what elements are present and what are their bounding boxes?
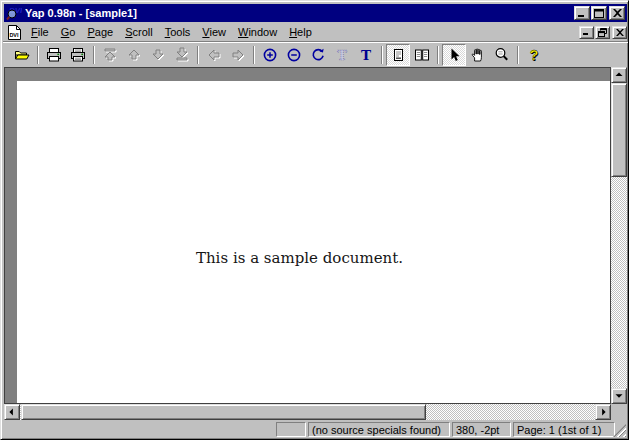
scroll-down-icon	[612, 388, 626, 404]
minimize-button[interactable]	[574, 6, 590, 20]
text-solid-mode-button[interactable]: T	[354, 44, 378, 66]
status-message: (no source specials found)	[308, 422, 450, 437]
document-text: This is a sample document.	[17, 249, 582, 267]
toolbar-separator	[437, 46, 439, 64]
hand-tool-button[interactable]	[466, 44, 490, 66]
scroll-right-icon	[596, 404, 610, 420]
mdi-restore-icon	[598, 28, 607, 37]
status-coordinates: 380, -2pt	[452, 422, 511, 437]
two-page-icon	[414, 47, 430, 63]
app-icon[interactable]: DVI	[6, 5, 22, 21]
text-outline-mode-button[interactable]: T	[330, 44, 354, 66]
scroll-left-button[interactable]	[4, 404, 20, 420]
dvi-document-icon[interactable]: DVI	[6, 25, 23, 40]
scroll-right-button[interactable]	[595, 404, 611, 420]
select-tool-button[interactable]	[442, 44, 466, 66]
scrollbar-corner	[611, 404, 627, 420]
cursor-arrow-icon	[446, 47, 462, 63]
mdi-close-button[interactable]	[612, 26, 627, 39]
zoom-out-button[interactable]	[282, 44, 306, 66]
refresh-icon	[310, 47, 326, 63]
svg-text:T: T	[361, 47, 371, 63]
statusbar: (no source specials found) 380, -2pt Pag…	[4, 420, 627, 438]
help-button[interactable]: ? ?	[522, 44, 546, 66]
document-page[interactable]: This is a sample document.	[17, 81, 610, 403]
back-arrow-icon	[206, 47, 222, 63]
menu-window[interactable]: Window	[232, 24, 283, 41]
maximize-button[interactable]	[591, 6, 607, 20]
vertical-scroll-thumb[interactable]	[611, 83, 627, 177]
scroll-left-icon	[5, 404, 19, 420]
menubar: DVI File Go Page Scroll Tools View Windo…	[4, 23, 627, 41]
mdi-minimize-button[interactable]	[579, 26, 594, 39]
toolbar-separator	[253, 46, 255, 64]
document-view[interactable]: This is a sample document.	[4, 67, 611, 404]
mdi-minimize-icon	[582, 28, 591, 36]
menu-tools[interactable]: Tools	[159, 24, 197, 41]
scroll-up-icon	[612, 67, 626, 83]
scroll-up-button[interactable]	[611, 67, 627, 83]
two-page-view-button[interactable]	[410, 44, 434, 66]
magnifier-icon	[494, 47, 510, 63]
last-page-icon	[174, 47, 190, 63]
next-page-icon	[150, 47, 166, 63]
menu-scroll[interactable]: Scroll	[119, 24, 159, 41]
solid-t-icon: T	[358, 47, 374, 63]
menu-view[interactable]: View	[196, 24, 232, 41]
print-document-icon	[70, 47, 86, 63]
refresh-button[interactable]	[306, 44, 330, 66]
last-page-button[interactable]	[170, 44, 194, 66]
open-folder-icon	[14, 47, 30, 63]
menu-help[interactable]: Help	[283, 24, 318, 41]
print-icon	[46, 47, 62, 63]
next-page-button[interactable]	[146, 44, 170, 66]
zoom-in-icon	[262, 47, 278, 63]
forward-arrow-icon	[230, 47, 246, 63]
print-document-button[interactable]	[66, 44, 90, 66]
mdi-restore-button[interactable]	[595, 26, 610, 39]
client-area: This is a sample document.	[4, 67, 627, 420]
single-page-icon	[390, 47, 406, 63]
previous-page-button[interactable]	[122, 44, 146, 66]
svg-text:T: T	[337, 48, 347, 63]
previous-page-icon	[126, 47, 142, 63]
menu-file[interactable]: File	[25, 24, 55, 41]
toolbar-separator	[37, 46, 39, 64]
back-button[interactable]	[202, 44, 226, 66]
toolbar-separator	[197, 46, 199, 64]
status-page-info: Page: 1 (1st of 1)	[513, 422, 615, 437]
hand-icon	[470, 47, 486, 63]
window-title: Yap 0.98n - [sample1]	[25, 7, 574, 19]
single-page-view-button[interactable]	[386, 44, 410, 66]
vertical-scrollbar[interactable]	[611, 67, 627, 404]
magnifier-tool-button[interactable]	[490, 44, 514, 66]
close-icon	[613, 9, 622, 17]
minimize-icon	[577, 9, 587, 18]
toolbar-separator	[93, 46, 95, 64]
print-button[interactable]	[42, 44, 66, 66]
status-pane-empty	[276, 422, 306, 437]
svg-text:?: ?	[530, 47, 539, 63]
horizontal-scroll-thumb[interactable]	[21, 404, 426, 420]
toolbar: T T	[4, 43, 627, 67]
help-icon: ? ?	[526, 47, 542, 63]
titlebar[interactable]: DVI Yap 0.98n - [sample1]	[4, 4, 627, 22]
scroll-down-button[interactable]	[611, 388, 627, 404]
close-button[interactable]	[609, 6, 625, 20]
menu-go[interactable]: Go	[55, 24, 82, 41]
first-page-button[interactable]	[98, 44, 122, 66]
open-button[interactable]	[10, 44, 34, 66]
toolbar-separator	[381, 46, 383, 64]
yap-window: DVI Yap 0.98n - [sample1] DVI File Go Pa…	[0, 0, 629, 440]
horizontal-scrollbar[interactable]	[4, 404, 611, 420]
mdi-close-icon	[616, 29, 624, 36]
outline-t-icon: T	[334, 47, 350, 63]
menu-page[interactable]: Page	[81, 24, 119, 41]
maximize-icon	[594, 9, 604, 18]
forward-button[interactable]	[226, 44, 250, 66]
toolbar-separator	[517, 46, 519, 64]
svg-text:DVI: DVI	[9, 31, 19, 37]
first-page-icon	[102, 47, 118, 63]
zoom-in-button[interactable]	[258, 44, 282, 66]
zoom-out-icon	[286, 47, 302, 63]
